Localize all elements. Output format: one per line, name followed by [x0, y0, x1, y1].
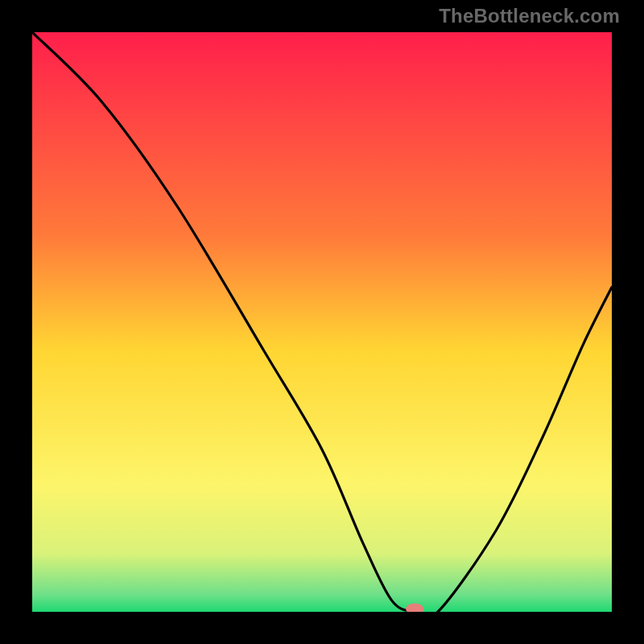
gradient-background: [32, 32, 612, 612]
plot-svg: [32, 32, 612, 612]
chart-frame: TheBottleneck.com: [0, 0, 644, 644]
plot-area: [32, 32, 612, 612]
watermark-text: TheBottleneck.com: [439, 5, 620, 27]
